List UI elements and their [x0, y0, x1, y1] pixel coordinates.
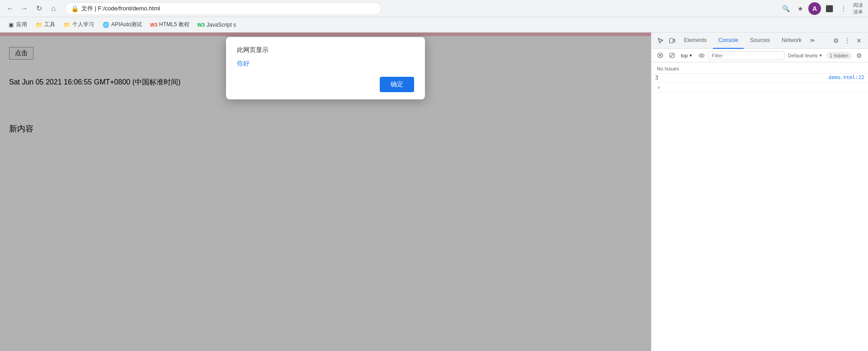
js-icon: W3 [198, 21, 205, 28]
console-filter-input[interactable] [708, 51, 784, 60]
chrome-nav-bar: ← → ↻ ⌂ 🔒 文件 | F:/code/front/demo.html 🔍… [0, 0, 868, 17]
devtools-device-icon[interactable] [667, 35, 678, 46]
devtools-toolbar-right: ⚙ ⋮ ✕ [831, 35, 864, 46]
back-button[interactable]: ← [4, 2, 16, 15]
reader-mode-button[interactable]: 阅读清单 [852, 2, 864, 15]
eye-icon-button[interactable] [697, 51, 707, 61]
tab-network[interactable]: Network [776, 33, 807, 49]
bookmark-tools[interactable]: 📁 工具 [32, 19, 59, 30]
log-value: 3 [655, 75, 669, 81]
folder-icon-learning: 📁 [63, 21, 71, 28]
address-bar[interactable]: 🔒 文件 | F:/code/front/demo.html [65, 2, 382, 15]
svg-rect-0 [670, 38, 673, 43]
bookmark-apiauto-label: APIAuto测试 [111, 21, 142, 28]
console-secondary-toolbar: top ▼ Default levels ▼ 1 hidden ⚙ [651, 49, 868, 62]
devtools-settings-icon[interactable]: ⚙ [831, 36, 841, 46]
bookmarks-bar: ▣ 应用 📁 工具 📁 个人学习 🌐 APIAuto测试 W3 HTML5 教程… [0, 17, 868, 33]
bookmark-html5-label: HTML5 教程 [159, 21, 189, 28]
console-settings-icon[interactable]: ⚙ [854, 50, 864, 61]
tab-console[interactable]: Console [713, 33, 744, 49]
folder-icon-tools: 📁 [35, 21, 42, 28]
devtools-inspect-icon[interactable] [655, 35, 666, 46]
context-selector[interactable]: top ▼ [679, 51, 695, 60]
toolbar-right: 🔍 ★ A ⬛ ⋮ 阅读清单 [779, 2, 864, 15]
svg-rect-1 [674, 39, 675, 42]
profile-icon[interactable]: A [808, 2, 821, 15]
alert-ok-button[interactable]: 确定 [380, 77, 414, 92]
bookmark-javascript-label: JavaScript s [207, 22, 236, 28]
chevron-down-icon-levels: ▼ [819, 53, 823, 58]
devtools-close-icon[interactable]: ✕ [854, 35, 864, 46]
address-bar-lock-icon: 🔒 [71, 5, 79, 12]
bookmark-personal-learning[interactable]: 📁 个人学习 [60, 19, 98, 30]
address-bar-url: 文件 | F:/code/front/demo.html [81, 5, 376, 13]
bookmark-personal-learning-label: 个人学习 [72, 21, 94, 28]
no-issues-label: No Issues [657, 66, 679, 71]
devtools-panel: Elements Console Sources Network ≫ ⚙ ⋮ ✕ [651, 33, 868, 351]
main-area: 点击 Sat Jun 05 2021 16:06:55 GMT+0800 (中国… [0, 33, 868, 351]
svg-point-4 [701, 55, 703, 56]
expand-icon[interactable]: › [655, 84, 662, 91]
bookmark-apiauto[interactable]: 🌐 APIAuto测试 [99, 19, 146, 30]
console-log-item: 3 demo.html:22 [651, 74, 868, 83]
hidden-count-badge: 1 hidden [826, 52, 852, 59]
default-levels-label: Default levels [788, 53, 818, 58]
menu-button[interactable]: ⋮ [837, 2, 850, 15]
alert-overlay: 此网页显示 你好 确定 [0, 33, 651, 351]
alert-title: 此网页显示 [237, 46, 414, 54]
page-content: 点击 Sat Jun 05 2021 16:06:55 GMT+0800 (中国… [0, 33, 651, 351]
globe-icon: 🌐 [102, 21, 109, 28]
log-source-link[interactable]: demo.html:22 [829, 75, 864, 80]
bookmark-apps[interactable]: ▣ 应用 [4, 19, 31, 30]
html5-icon: W3 [150, 21, 157, 28]
tab-elements[interactable]: Elements [679, 33, 712, 49]
reload-button[interactable]: ↻ [33, 2, 45, 15]
alert-message: 你好 [237, 60, 414, 68]
default-levels-dropdown[interactable]: Default levels ▼ [786, 52, 825, 59]
bookmark-apps-label: 应用 [16, 21, 27, 28]
alert-dialog: 此网页显示 你好 确定 [226, 37, 425, 99]
console-clear-icon[interactable] [655, 51, 665, 61]
console-content: No Issues 3 demo.html:22 › [651, 62, 868, 351]
apps-grid-icon: ▣ [7, 21, 14, 28]
search-button[interactable]: 🔍 [779, 2, 792, 15]
forward-button[interactable]: → [18, 2, 31, 15]
bookmark-html5[interactable]: W3 HTML5 教程 [146, 19, 193, 30]
console-expand-row: › [651, 83, 868, 92]
chevron-down-icon: ▼ [689, 53, 693, 58]
console-no-log-icon[interactable] [667, 51, 677, 61]
extensions-button[interactable]: ⬛ [823, 2, 835, 15]
top-label: top [681, 53, 688, 58]
devtools-tab-bar: Elements Console Sources Network ≫ ⚙ ⋮ ✕ [651, 33, 868, 49]
bookmark-star-button[interactable]: ★ [794, 2, 807, 15]
bookmark-tools-label: 工具 [44, 21, 55, 28]
home-button[interactable]: ⌂ [47, 2, 60, 15]
devtools-more-options-icon[interactable]: ⋮ [842, 35, 853, 46]
reader-mode-label: 阅读清单 [852, 2, 864, 15]
tab-sources[interactable]: Sources [745, 33, 775, 49]
bookmark-javascript[interactable]: W3 JavaScript s [194, 19, 240, 30]
no-issues-bar: No Issues [651, 64, 868, 74]
alert-footer: 确定 [237, 77, 414, 92]
more-tabs-button[interactable]: ≫ [808, 37, 817, 43]
